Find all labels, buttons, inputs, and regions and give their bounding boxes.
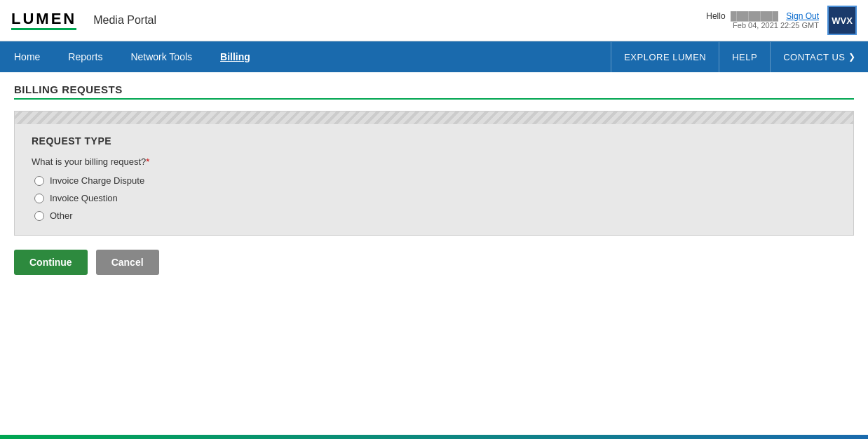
hello-greeting: Hello ████████ Sign Out	[706, 11, 819, 21]
datetime: Feb 04, 2021 22:25 GMT	[706, 21, 819, 29]
nav-explore-lumen[interactable]: EXPLORE LUMEN	[611, 42, 719, 72]
main-nav: Home Reports Network Tools Billing EXPLO…	[0, 41, 868, 72]
radio-other[interactable]	[34, 211, 44, 221]
nav-left: Home Reports Network Tools Billing	[0, 41, 264, 72]
company-badge: WVX	[827, 6, 857, 35]
section-title: REQUEST TYPE	[32, 135, 836, 147]
logo-text: LUMEN	[11, 11, 76, 27]
header-user-info: Hello ████████ Sign Out Feb 04, 2021 22:…	[706, 11, 819, 29]
question-label: What is your billing request?*	[32, 156, 836, 167]
nav-item-reports[interactable]: Reports	[54, 41, 116, 72]
radio-invoice-charge-dispute[interactable]	[34, 176, 44, 186]
logo-underline	[11, 28, 76, 30]
radio-label-invoice-charge-dispute: Invoice Charge Dispute	[50, 175, 144, 186]
portal-title: Media Portal	[93, 14, 156, 27]
nav-item-network-tools[interactable]: Network Tools	[116, 41, 206, 72]
radio-item-invoice-question[interactable]: Invoice Question	[34, 193, 836, 203]
radio-item-invoice-charge-dispute[interactable]: Invoice Charge Dispute	[34, 175, 836, 186]
nav-right: EXPLORE LUMEN HELP CONTACT US ❯	[611, 42, 868, 72]
radio-label-invoice-question: Invoice Question	[50, 193, 118, 203]
header-left: LUMEN Media Portal	[11, 11, 156, 30]
nav-help[interactable]: HELP	[719, 42, 770, 72]
page-title: BILLING REQUESTS	[14, 83, 854, 95]
radio-label-other: Other	[50, 210, 73, 221]
sign-out-link[interactable]: Sign Out	[786, 11, 819, 21]
button-row: Continue Cancel	[14, 250, 854, 275]
nav-item-home[interactable]: Home	[0, 41, 54, 72]
main-content: BILLING REQUESTS REQUEST TYPE What is yo…	[0, 72, 868, 286]
chevron-right-icon: ❯	[848, 52, 856, 62]
nav-contact-us[interactable]: CONTACT US ❯	[770, 42, 868, 72]
radio-invoice-question[interactable]	[34, 194, 44, 203]
continue-button[interactable]: Continue	[14, 250, 88, 275]
radio-item-other[interactable]: Other	[34, 210, 836, 221]
title-divider	[14, 98, 854, 100]
radio-group: Invoice Charge Dispute Invoice Question …	[32, 175, 836, 221]
hello-prefix: Hello	[706, 11, 725, 21]
header: LUMEN Media Portal Hello ████████ Sign O…	[0, 0, 868, 41]
header-right: Hello ████████ Sign Out Feb 04, 2021 22:…	[706, 6, 857, 35]
striped-banner	[15, 112, 853, 124]
logo: LUMEN	[11, 11, 76, 30]
nav-item-billing[interactable]: Billing	[206, 41, 264, 72]
cancel-button[interactable]: Cancel	[96, 250, 159, 275]
form-section: REQUEST TYPE What is your billing reques…	[14, 111, 854, 236]
required-marker: *	[146, 156, 149, 167]
username: ████████	[731, 11, 778, 21]
